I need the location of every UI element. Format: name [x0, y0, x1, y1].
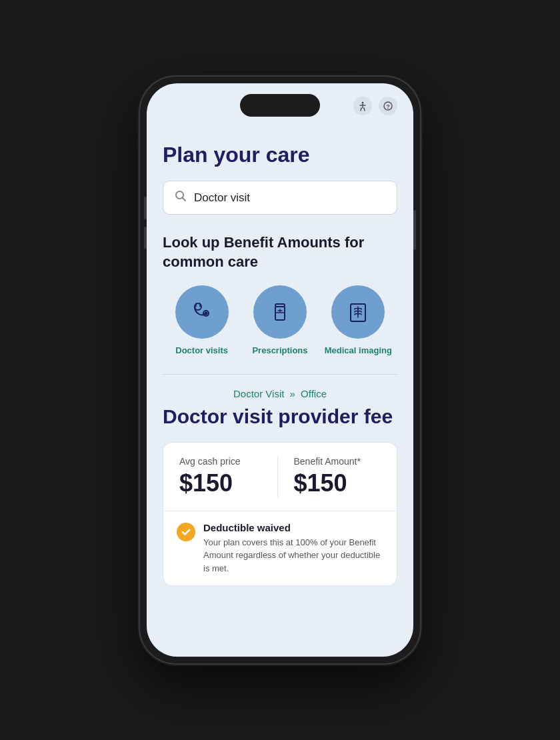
care-item-doctor-visits[interactable]: Doctor visits: [163, 285, 241, 355]
screen-content[interactable]: Plan your care Look up Benefit Amounts f…: [147, 131, 413, 657]
page-title: Plan your care: [163, 142, 397, 167]
avg-cash-col: Avg cash price $150: [179, 456, 267, 497]
care-label-medical-imaging: Medical imaging: [325, 345, 392, 355]
prescriptions-circle: [253, 285, 307, 339]
breadcrumb-sep: »: [290, 388, 295, 399]
search-bar[interactable]: [163, 181, 397, 215]
status-icons: ?: [353, 97, 397, 115]
care-icons-row: Doctor visits Prescripti: [163, 285, 397, 355]
doctor-visits-circle: [175, 285, 229, 339]
deductible-section: Deductible waived Your plan covers this …: [163, 511, 397, 586]
breadcrumb-part2: Office: [301, 388, 327, 399]
deductible-body: Your plan covers this at 100% of your Be…: [203, 536, 383, 575]
power-button[interactable]: [413, 210, 416, 250]
svg-rect-15: [275, 307, 285, 320]
svg-text:?: ?: [386, 103, 390, 110]
svg-line-4: [364, 108, 365, 111]
breadcrumb: Doctor Visit » Office: [163, 388, 397, 399]
provider-fee-title: Doctor visit provider fee: [163, 405, 397, 429]
benefit-label: Benefit Amount*: [294, 456, 381, 467]
svg-line-8: [183, 198, 186, 201]
deductible-waived-icon: [177, 523, 195, 541]
price-card: Avg cash price $150 Benefit Amount* $150: [163, 442, 397, 587]
svg-point-11: [205, 312, 207, 314]
deductible-title: Deductible waived: [203, 522, 383, 533]
breadcrumb-part1: Doctor Visit: [233, 388, 284, 399]
phone-frame: ? Plan your care Look up Benefit Amounts…: [140, 77, 420, 663]
avg-cash-value: $150: [179, 469, 267, 497]
phone-screen: ? Plan your care Look up Benefit Amounts…: [147, 83, 413, 657]
care-label-prescriptions: Prescriptions: [252, 345, 307, 355]
section-divider: [163, 374, 397, 375]
svg-line-3: [361, 108, 361, 111]
benefit-value: $150: [294, 469, 381, 497]
care-item-prescriptions[interactable]: Prescriptions: [241, 285, 319, 355]
deductible-text: Deductible waived Your plan covers this …: [203, 522, 383, 575]
svg-point-0: [362, 102, 364, 104]
avg-cash-label: Avg cash price: [179, 456, 267, 467]
accessibility-icon[interactable]: [353, 97, 372, 115]
benefit-col: Benefit Amount* $150: [277, 456, 381, 497]
dynamic-island: [240, 94, 320, 117]
care-label-doctor-visits: Doctor visits: [175, 345, 228, 355]
help-icon[interactable]: ?: [379, 97, 397, 115]
search-input[interactable]: [194, 191, 386, 205]
common-care-heading: Look up Benefit Amounts for common care: [163, 233, 397, 271]
care-item-medical-imaging[interactable]: Medical imaging: [319, 285, 397, 355]
price-row: Avg cash price $150 Benefit Amount* $150: [163, 443, 397, 511]
medical-imaging-circle: [331, 285, 385, 339]
search-icon: [174, 189, 187, 206]
